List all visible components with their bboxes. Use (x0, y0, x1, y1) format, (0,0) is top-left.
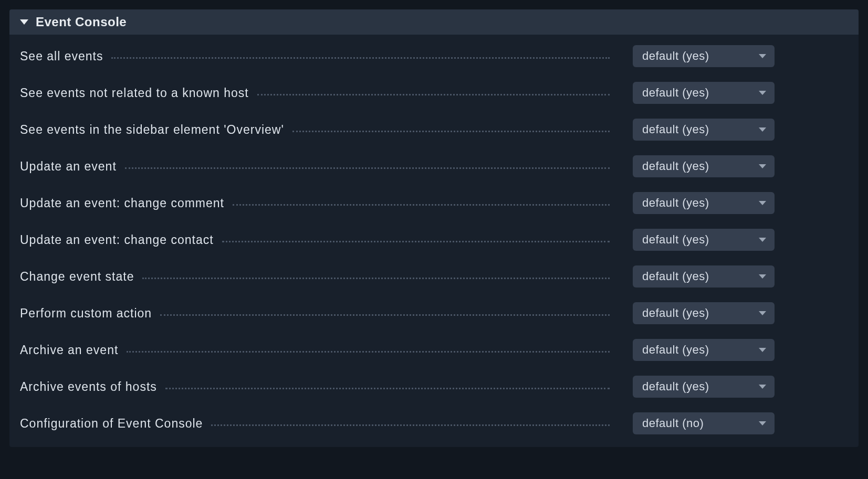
permission-label-wrap: Archive an event (20, 343, 613, 357)
chevron-down-icon (759, 421, 766, 425)
chevron-down-icon (759, 238, 766, 242)
leader-dots (160, 314, 610, 316)
permission-row: Archive an event default (yes) (20, 339, 848, 361)
permission-label-wrap: Perform custom action (20, 306, 613, 321)
panel-header[interactable]: Event Console (9, 9, 859, 35)
permission-select[interactable]: default (yes) (633, 119, 775, 141)
permission-label: Configuration of Event Console (20, 417, 208, 431)
chevron-down-icon (759, 54, 766, 58)
leader-dots (292, 131, 610, 132)
leader-dots (211, 424, 610, 426)
permission-label-wrap: Change event state (20, 270, 613, 284)
leader-dots (222, 241, 610, 242)
permission-label: See events in the sidebar element 'Overv… (20, 123, 289, 137)
permission-select[interactable]: default (yes) (633, 82, 775, 104)
permission-label: Archive an event (20, 343, 123, 357)
permission-label: Update an event: change contact (20, 233, 219, 247)
permission-select-value: default (yes) (642, 233, 709, 247)
chevron-down-icon (759, 201, 766, 205)
chevron-down-icon (759, 348, 766, 352)
permission-select[interactable]: default (yes) (633, 265, 775, 288)
permission-select-value: default (yes) (642, 306, 709, 320)
permission-label: Update an event: change comment (20, 196, 229, 210)
chevron-down-icon (759, 311, 766, 315)
chevron-down-icon (759, 385, 766, 389)
event-console-panel: Event Console See all events default (ye… (9, 9, 859, 447)
permission-row: Update an event: change comment default … (20, 192, 848, 214)
permission-label: Change event state (20, 270, 139, 284)
permission-label: Update an event (20, 159, 122, 174)
permission-select-value: default (no) (642, 417, 704, 430)
permission-label-wrap: See events not related to a known host (20, 86, 613, 100)
chevron-down-icon (759, 127, 766, 132)
permission-select-value: default (yes) (642, 123, 709, 136)
permission-select-value: default (yes) (642, 196, 709, 210)
permission-select-value: default (yes) (642, 343, 709, 357)
permission-label-wrap: See events in the sidebar element 'Overv… (20, 123, 613, 137)
leader-dots (111, 57, 610, 59)
permission-select[interactable]: default (yes) (633, 45, 775, 67)
permission-row: See events not related to a known host d… (20, 82, 848, 104)
permission-select[interactable]: default (yes) (633, 302, 775, 324)
permission-label-wrap: See all events (20, 49, 613, 63)
panel-title: Event Console (36, 15, 127, 29)
permission-label-wrap: Update an event: change comment (20, 196, 613, 210)
permission-select[interactable]: default (yes) (633, 339, 775, 361)
chevron-down-icon (759, 274, 766, 279)
permission-select[interactable]: default (yes) (633, 229, 775, 251)
permission-row: See all events default (yes) (20, 45, 848, 67)
permission-select-value: default (yes) (642, 270, 709, 283)
permission-label: Perform custom action (20, 306, 157, 321)
permission-select-value: default (yes) (642, 159, 709, 173)
permission-label: See all events (20, 49, 108, 63)
permission-label-wrap: Update an event: change contact (20, 233, 613, 247)
leader-dots (165, 388, 610, 389)
permission-label: Archive events of hosts (20, 380, 162, 394)
permission-select-value: default (yes) (642, 86, 709, 100)
permission-label-wrap: Update an event (20, 159, 613, 174)
permission-select[interactable]: default (yes) (633, 376, 775, 398)
collapse-icon (20, 19, 28, 25)
permission-select[interactable]: default (no) (633, 412, 775, 434)
permission-row: Perform custom action default (yes) (20, 302, 848, 324)
permission-select[interactable]: default (yes) (633, 155, 775, 177)
permission-row: Configuration of Event Console default (… (20, 412, 848, 434)
leader-dots (233, 204, 610, 206)
permission-label-wrap: Configuration of Event Console (20, 417, 613, 431)
permission-row: See events in the sidebar element 'Overv… (20, 119, 848, 141)
permission-label: See events not related to a known host (20, 86, 254, 100)
permission-label-wrap: Archive events of hosts (20, 380, 613, 394)
permission-row: Archive events of hosts default (yes) (20, 376, 848, 398)
leader-dots (125, 167, 610, 169)
leader-dots (257, 94, 610, 95)
permission-select[interactable]: default (yes) (633, 192, 775, 214)
chevron-down-icon (759, 164, 766, 168)
leader-dots (127, 351, 610, 353)
chevron-down-icon (759, 91, 766, 95)
permission-row: Update an event: change contact default … (20, 229, 848, 251)
permission-row: Change event state default (yes) (20, 265, 848, 288)
panel-body: See all events default (yes) See events … (9, 35, 859, 447)
leader-dots (142, 278, 610, 279)
permission-row: Update an event default (yes) (20, 155, 848, 177)
permission-select-value: default (yes) (642, 380, 709, 393)
permission-select-value: default (yes) (642, 49, 709, 63)
